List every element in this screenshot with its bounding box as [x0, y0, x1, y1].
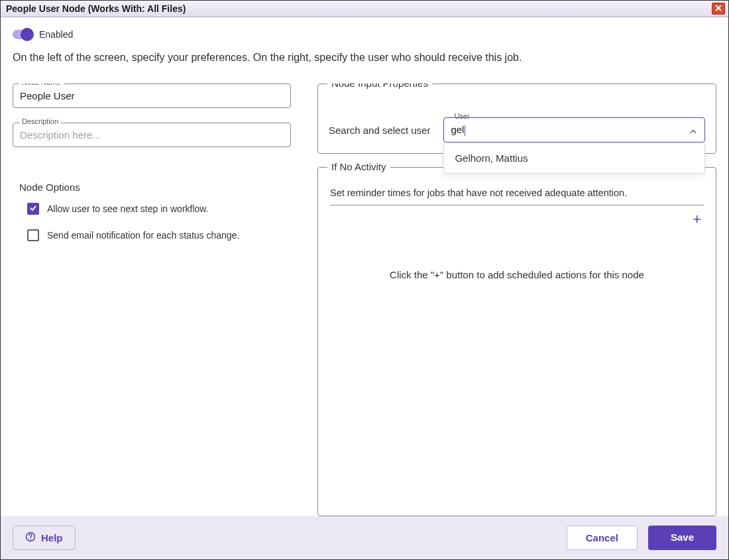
- enabled-label: Enabled: [39, 29, 73, 40]
- chevron-up-icon: [690, 125, 697, 136]
- plus-icon: +: [693, 211, 701, 227]
- cancel-label: Cancel: [586, 532, 618, 543]
- user-search-row: Search and select user User gel Gelhorn,: [329, 117, 705, 142]
- save-button[interactable]: Save: [648, 526, 716, 550]
- option-email-notify-checkbox[interactable]: [27, 229, 39, 241]
- description-input[interactable]: [13, 123, 291, 147]
- user-combobox[interactable]: gel: [443, 117, 705, 142]
- enabled-toggle-row: Enabled: [13, 29, 716, 40]
- help-icon: [25, 532, 36, 544]
- user-combobox-value: gel: [451, 124, 464, 135]
- instruction-text: On the left of the screen, specify your …: [13, 52, 716, 64]
- close-icon: [715, 4, 722, 13]
- user-dropdown: Gelhorn, Mattius: [443, 143, 705, 174]
- user-combo-wrap: User gel Gelhorn, Mattius: [443, 117, 705, 142]
- node-name-input[interactable]: [13, 84, 291, 108]
- option-allow-next-checkbox[interactable]: [27, 203, 39, 215]
- description-label: Description: [19, 117, 61, 125]
- text-cursor: [465, 125, 465, 136]
- help-button[interactable]: Help: [13, 526, 76, 550]
- user-dropdown-item[interactable]: Gelhorn, Mattius: [444, 143, 704, 173]
- activity-empty-message: Click the "+" button to add scheduled ac…: [330, 269, 704, 280]
- check-icon: [29, 203, 37, 214]
- help-label: Help: [41, 532, 63, 543]
- if-no-activity-group: If No Activity Set reminder times for jo…: [317, 167, 716, 516]
- node-name-field: Node Name: [13, 84, 291, 108]
- cancel-button[interactable]: Cancel: [567, 526, 638, 550]
- columns: Node Name Description Node Options Allow…: [13, 84, 716, 516]
- if-no-activity-legend: If No Activity: [327, 161, 390, 172]
- footer: Help Cancel Save: [1, 516, 728, 559]
- left-column: Node Name Description Node Options Allow…: [13, 84, 291, 516]
- plus-row: +: [330, 209, 704, 229]
- search-user-label: Search and select user: [329, 125, 430, 136]
- footer-right-buttons: Cancel Save: [567, 526, 716, 550]
- dialog-window: People User Node (Works With: All Files)…: [0, 0, 729, 560]
- node-input-properties-legend: Node Input Properties: [327, 84, 432, 89]
- toggle-knob: [21, 28, 34, 41]
- add-scheduled-action-button[interactable]: +: [690, 209, 704, 229]
- save-label: Save: [671, 532, 694, 543]
- close-button[interactable]: [712, 3, 725, 15]
- description-field: Description: [13, 123, 291, 147]
- node-options-heading: Node Options: [19, 182, 291, 193]
- option-email-notify-row: Send email notification for each status …: [27, 229, 291, 241]
- right-column: Node Input Properties Search and select …: [317, 84, 716, 516]
- svg-point-1: [30, 539, 31, 540]
- window-title: People User Node (Works With: All Files): [6, 3, 186, 14]
- titlebar: People User Node (Works With: All Files): [1, 1, 728, 17]
- content-area: Enabled On the left of the screen, speci…: [1, 17, 728, 516]
- node-name-label: Node Name: [19, 84, 64, 86]
- option-email-notify-label: Send email notification for each status …: [47, 230, 239, 241]
- option-allow-next-row: Allow user to see next step in workflow.: [27, 203, 291, 215]
- node-input-properties-group: Node Input Properties Search and select …: [317, 84, 716, 154]
- activity-description: Set reminder times for jobs that have no…: [330, 188, 704, 205]
- option-allow-next-label: Allow user to see next step in workflow.: [47, 203, 209, 214]
- enabled-toggle[interactable]: [13, 30, 32, 39]
